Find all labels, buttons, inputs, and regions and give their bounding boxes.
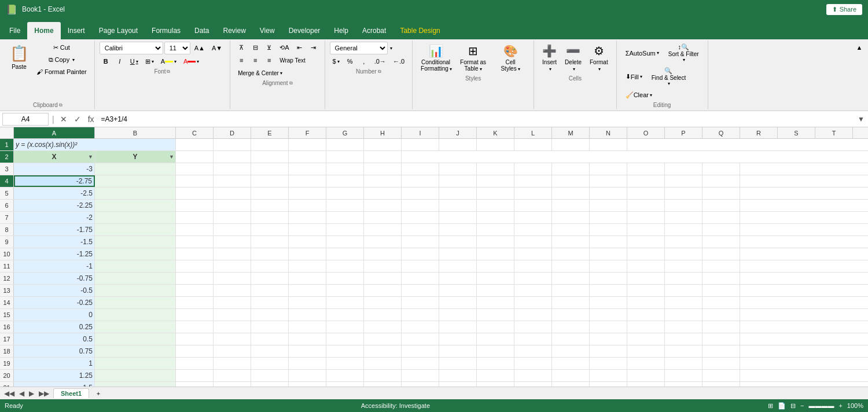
cell-col5-5[interactable] [251,187,289,199]
tab-formulas[interactable]: Formulas [145,22,187,39]
col-header-P[interactable]: P [665,127,703,138]
cell-col10-12[interactable] [439,273,477,284]
cell-col9-19[interactable] [402,358,439,369]
cell-col10-10[interactable] [439,248,477,260]
cell-col7-10[interactable] [326,248,364,260]
cell-col8-17[interactable] [364,333,402,345]
cell-col12-19[interactable] [514,358,552,369]
cell-col9-17[interactable] [402,333,439,345]
cell-col4-16[interactable] [214,321,251,333]
cell-A6[interactable]: -2.25 [14,200,95,211]
cell-A2[interactable]: X ▼ [14,151,95,163]
sort-filter-button[interactable]: ↕🔍 Sort & Filter ▾ [664,42,703,64]
cell-col11-3[interactable] [477,163,514,175]
cell-col15-11[interactable] [627,260,665,272]
row-num-9[interactable]: 9 [0,236,14,248]
cell-col3-16[interactable] [176,321,214,333]
fill-button[interactable]: ⬇ Fill ▾ [621,71,646,83]
cell-col6-6[interactable] [289,200,326,211]
row-num-3[interactable]: 3 [0,163,14,175]
cell-col10-9[interactable] [439,236,477,248]
cell-col16-9[interactable] [665,236,703,248]
cell-col10-4[interactable] [439,175,477,187]
cell-E2[interactable] [251,151,289,163]
cell-col5-16[interactable] [251,321,289,333]
col-header-D[interactable]: D [214,127,251,138]
grid-wrapper[interactable]: 1 y = (x.cos(x).sin(x))² [0,139,868,387]
zoom-out-button[interactable]: − [800,402,804,410]
cell-col13-15[interactable] [552,309,590,321]
cell-B19[interactable] [95,358,176,369]
cell-col3-10[interactable] [176,248,214,260]
cell-col9-12[interactable] [402,273,439,284]
align-top-button[interactable]: ⊼ [235,42,248,53]
row-num-13[interactable]: 13 [0,285,14,296]
cell-col15-4[interactable] [627,175,665,187]
cell-col9-16[interactable] [402,321,439,333]
cell-col3-7[interactable] [176,212,214,223]
cell-col12-16[interactable] [514,321,552,333]
number-format-select[interactable]: General [330,42,388,54]
cell-A17[interactable]: 0.5 [14,333,95,345]
formula-expand-button[interactable]: ▼ [856,114,866,124]
cell-col8-6[interactable] [364,200,402,211]
percent-button[interactable]: % [344,56,356,67]
cell-A5[interactable]: -2.5 [14,187,95,199]
cell-col13-3[interactable] [552,163,590,175]
sheet-first-button[interactable]: ◀◀ [2,388,16,399]
cell-A21[interactable]: 1.5 [14,382,95,387]
cell-col12-13[interactable] [514,285,552,296]
cell-col16-7[interactable] [665,212,703,223]
cell-col8-19[interactable] [364,358,402,369]
cell-col7-11[interactable] [326,260,364,272]
cell-col8-10[interactable] [364,248,402,260]
cell-col8-18[interactable] [364,345,402,357]
cell-col14-8[interactable] [590,224,627,236]
cell-col4-5[interactable] [214,187,251,199]
cell-col5-13[interactable] [251,285,289,296]
cell-col16-4[interactable] [665,175,703,187]
cell-col16-6[interactable] [665,200,703,211]
cell-col14-21[interactable] [590,382,627,387]
cell-B10[interactable] [95,248,176,260]
cell-col10-20[interactable] [439,370,477,381]
cell-col5-15[interactable] [251,309,289,321]
row-num-18[interactable]: 18 [0,345,14,357]
cell-col11-6[interactable] [477,200,514,211]
cell-col16-13[interactable] [665,285,703,296]
row-num-14[interactable]: 14 [0,297,14,308]
cell-col5-21[interactable] [251,382,289,387]
cell-col5-18[interactable] [251,345,289,357]
cell-col4-11[interactable] [214,260,251,272]
cell-col4-19[interactable] [214,358,251,369]
cell-col16-20[interactable] [665,370,703,381]
cell-col5-9[interactable] [251,236,289,248]
tab-review[interactable]: Review [216,22,252,39]
cell-col14-7[interactable] [590,212,627,223]
cell-col13-4[interactable] [552,175,590,187]
col-header-E[interactable]: E [251,127,289,138]
cell-G2[interactable] [326,151,364,163]
increase-decimal-button[interactable]: .0→ [372,56,389,67]
cell-col12-8[interactable] [514,224,552,236]
cell-A15[interactable]: 0 [14,309,95,321]
cell-col6-21[interactable] [289,382,326,387]
cell-col17-6[interactable] [703,200,740,211]
cell-col3-9[interactable] [176,236,214,248]
align-right-button[interactable]: ≡ [263,54,275,66]
cell-col16-18[interactable] [665,345,703,357]
cell-col9-20[interactable] [402,370,439,381]
cell-col8-16[interactable] [364,321,402,333]
cell-col4-10[interactable] [214,248,251,260]
format-painter-button[interactable]: 🖌 Format Painter [34,66,90,78]
font-name-select[interactable]: Calibri [100,42,163,54]
cell-col6-10[interactable] [289,248,326,260]
cell-B6[interactable] [95,200,176,211]
cell-C2[interactable] [176,151,214,163]
cell-col3-4[interactable] [176,175,214,187]
cell-col15-21[interactable] [627,382,665,387]
cell-B4[interactable] [95,175,176,187]
cell-col13-9[interactable] [552,236,590,248]
align-left-button[interactable]: ≡ [235,54,248,66]
col-header-K[interactable]: K [477,127,514,138]
